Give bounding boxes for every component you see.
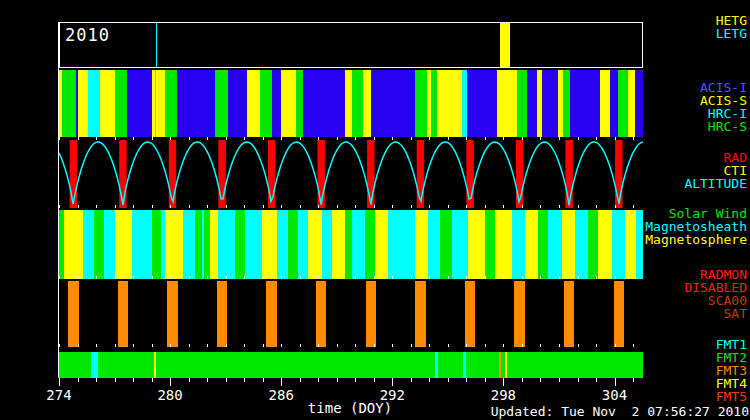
tick-mark [522, 205, 523, 208]
timeline-segment-ACIS-S [247, 70, 260, 137]
tick-mark [263, 276, 264, 279]
tick-mark [300, 205, 301, 208]
tick-mark [318, 137, 319, 140]
tick-mark [540, 344, 541, 347]
timeline-segment-ACIS-I [127, 70, 152, 137]
timeline-segment-Magnetosheath [512, 210, 525, 279]
tick-mark [152, 137, 153, 140]
timeline-segment-ACIS-S [100, 70, 115, 137]
timeline-segment-SolarWind [538, 210, 548, 279]
tick-mark [207, 276, 208, 279]
timeline-segment-ACIS-S [497, 70, 517, 137]
radmon-disabled-bar [266, 281, 277, 347]
tick-mark [615, 276, 616, 279]
legend-letg: LETG [716, 27, 747, 40]
axis-minor-tick [263, 378, 264, 382]
tick-mark [281, 205, 282, 208]
tick-mark [281, 276, 282, 279]
updated-timestamp: Updated: Tue Nov 2 07:56:27 2010 [491, 404, 749, 419]
timeline-segment-Magnetosphere [495, 210, 512, 279]
legend-fmt5: FMT5 [716, 390, 747, 403]
timeline-segment-ACIS-I [228, 70, 247, 137]
axis-tick-label: 280 [148, 387, 192, 403]
tick-mark [503, 205, 504, 208]
tick-mark [244, 344, 245, 347]
timeline-segment-Magnetosphere [598, 210, 612, 279]
tick-mark [189, 205, 190, 208]
tick-mark [578, 276, 579, 279]
timeline-segment-FMT2 [156, 352, 435, 378]
tick-mark [429, 137, 430, 140]
tick-mark [133, 276, 134, 279]
timeline-segment-ACIS-S [628, 70, 635, 137]
axis-minor-tick [633, 378, 634, 382]
rad-zone-bar [70, 140, 77, 208]
timeline-segment-SolarWind [485, 210, 495, 279]
band-instruments [59, 70, 643, 137]
timeline-segment-ACIS-I [570, 70, 600, 137]
axis-minor-tick [485, 378, 486, 382]
tick-mark [522, 344, 523, 347]
radmon-disabled-bar [465, 281, 476, 347]
tick-mark [337, 344, 338, 347]
radmon-disabled-bar [514, 281, 525, 347]
radmon-disabled-bar [118, 281, 129, 347]
axis-minor-tick [540, 378, 541, 382]
tick-mark [59, 344, 60, 347]
tick-mark [485, 205, 486, 208]
tick-mark [318, 205, 319, 208]
timeline-segment-FMT2 [507, 352, 643, 378]
timeline-segment-Magnetosphere [262, 210, 277, 279]
timeline-segment-Magnetosphere [332, 210, 345, 279]
tick-mark [485, 137, 486, 140]
tick-mark [337, 137, 338, 140]
tick-mark [78, 137, 79, 140]
axis-major-tick [503, 378, 504, 386]
timeline-segment-Magnetosphere [165, 210, 183, 279]
timeline-segment-Magnetosphere [468, 210, 485, 279]
tick-mark [615, 137, 616, 140]
timeline-segment-LETG [156, 23, 158, 67]
timeline-segment-FMT2 [438, 352, 463, 378]
timeline-segment-ACIS-S [345, 70, 352, 137]
tick-mark [115, 344, 116, 347]
radmon-disabled-bar [217, 281, 228, 347]
tick-mark [374, 205, 375, 208]
axis-minor-tick [115, 378, 116, 382]
axis-minor-tick [355, 378, 356, 382]
timeline-segment-FMT2 [59, 352, 91, 378]
timeline-segment-Magnetosheath [428, 210, 440, 279]
rad-zone-bar [565, 140, 572, 208]
axis-minor-tick [429, 378, 430, 382]
tick-mark [244, 137, 245, 140]
tick-mark [207, 137, 208, 140]
timeline-segment-SolarWind [440, 210, 452, 279]
tick-mark [96, 205, 97, 208]
rad-zone-bar [318, 140, 325, 208]
tick-mark [540, 205, 541, 208]
axis-tick-label: 304 [593, 387, 637, 403]
timeline-segment-Magnetosheath [575, 210, 588, 279]
tick-mark [281, 344, 282, 347]
tick-mark [115, 137, 116, 140]
axis-major-tick [59, 378, 60, 386]
axis-minor-tick [152, 378, 153, 382]
timeline-segment-Magnetosheath [548, 210, 562, 279]
legend-altitude: ALTITUDE [684, 177, 747, 190]
timeline-segment-HRC-S [517, 70, 527, 137]
tick-mark [59, 205, 60, 208]
tick-mark [578, 137, 579, 140]
radmon-disabled-bar [415, 281, 426, 347]
timeline-segment-ACIS-S [281, 70, 296, 137]
tick-mark [133, 344, 134, 347]
tick-mark [96, 344, 97, 347]
tick-mark [318, 344, 319, 347]
tick-mark [133, 205, 134, 208]
tick-mark [596, 344, 597, 347]
tick-mark [374, 344, 375, 347]
timeline-segment-Magnetosheath [104, 210, 115, 279]
axis-minor-tick [189, 378, 190, 382]
tick-mark [633, 137, 634, 140]
rad-zone-bar [218, 140, 225, 208]
timeline-segment-ACIS-I [610, 70, 618, 137]
